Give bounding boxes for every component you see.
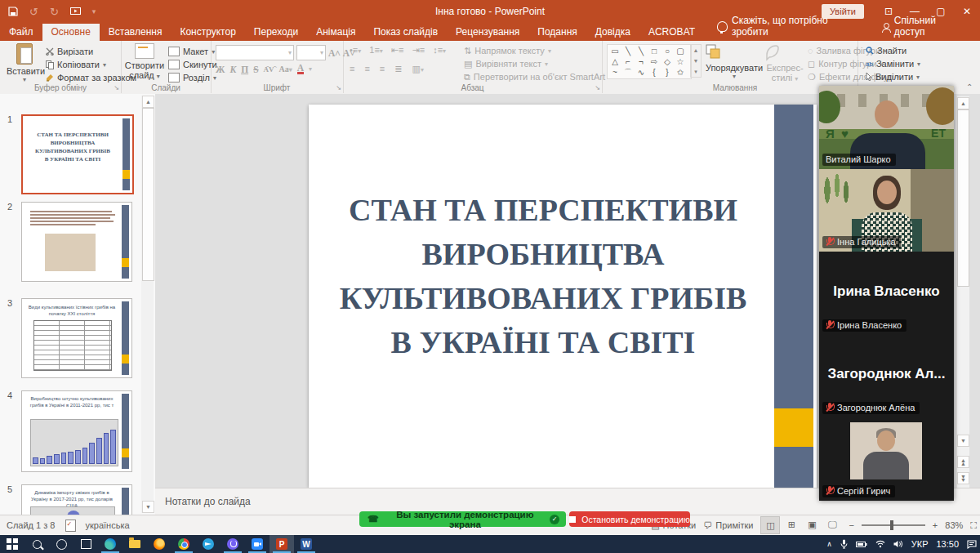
tab-home[interactable]: Основне bbox=[42, 24, 100, 41]
start-button[interactable] bbox=[0, 535, 24, 553]
thumbnail-slide-1[interactable]: СТАН ТА ПЕРСПЕКТИВИВИРОБНИЦТВАКУЛЬТИВОВА… bbox=[21, 114, 134, 194]
replace-button[interactable]: ab Замінити▾ bbox=[866, 57, 920, 70]
font-name-combobox[interactable]: ▾ bbox=[216, 45, 294, 60]
language-indicator[interactable]: українська bbox=[86, 520, 130, 530]
new-slide-button[interactable]: Створити слайд ▾ bbox=[124, 43, 165, 80]
columns-icon[interactable]: ▥▾ bbox=[412, 64, 423, 74]
tell-me-box[interactable]: Скажіть, що потрібно зробити bbox=[704, 12, 874, 41]
taskbar-edge[interactable] bbox=[98, 535, 122, 553]
taskbar-powerpoint[interactable]: P bbox=[270, 535, 294, 553]
align-right-icon[interactable]: ≡ bbox=[380, 64, 385, 74]
tab-design[interactable]: Конструктор bbox=[171, 24, 244, 41]
stop-share-button[interactable]: Остановить демонстрацию bbox=[569, 511, 690, 527]
thumbnail-slide-4[interactable]: Виробництво штучно культивованих грибів … bbox=[21, 390, 132, 472]
taskbar-word[interactable]: W bbox=[294, 535, 318, 553]
taskbar-viber[interactable] bbox=[220, 535, 245, 553]
find-button[interactable]: Знайти bbox=[866, 44, 920, 57]
shapes-gallery[interactable]: ▭╲╲□○▢ △⌐¬⇨◇☆ ~⌒∿{}✩ bbox=[607, 44, 692, 79]
convert-smartart-button[interactable]: ⧉ Перетворити на об'єкт SmartArt▾ bbox=[464, 70, 612, 83]
zoom-out-icon[interactable]: − bbox=[849, 520, 853, 530]
scrollbar-thumb[interactable] bbox=[142, 108, 154, 281]
taskbar-chrome[interactable] bbox=[172, 535, 196, 553]
underline-button[interactable]: П bbox=[241, 65, 248, 74]
scroll-up-icon[interactable]: ▲ bbox=[142, 96, 154, 108]
reset-button[interactable]: Скинути bbox=[168, 58, 217, 71]
decrease-indent-icon[interactable]: ⇤≡ bbox=[391, 45, 404, 56]
shapes-scroll-arrows[interactable]: ▲▼▾ bbox=[690, 44, 702, 78]
thumbnail-slide-5[interactable]: Динаміка імпорту свіжих грибів в Україну… bbox=[21, 484, 132, 516]
italic-button[interactable]: К bbox=[229, 65, 236, 74]
next-slide-icon[interactable]: ▼▼ bbox=[957, 472, 969, 484]
font-dialog-launcher-icon[interactable]: ↘ bbox=[336, 84, 341, 91]
volume-icon[interactable] bbox=[893, 540, 903, 548]
zoom-slider[interactable] bbox=[862, 524, 925, 526]
tab-transitions[interactable]: Переходи bbox=[245, 24, 307, 41]
tab-slideshow[interactable]: Показ слайдів bbox=[364, 24, 447, 41]
tab-animations[interactable]: Анімація bbox=[307, 24, 364, 41]
scrollbar-thumb[interactable] bbox=[957, 109, 969, 287]
thumbnail-scrollbar[interactable]: ▲ ▼ bbox=[141, 96, 154, 513]
action-center-icon[interactable] bbox=[967, 540, 977, 549]
tab-view[interactable]: Подання bbox=[528, 24, 586, 41]
slideshow-view-button[interactable]: 🖵 bbox=[823, 516, 841, 533]
grow-font-icon[interactable]: A˄ bbox=[328, 48, 341, 58]
participant-tile[interactable]: Сергій Гирич bbox=[819, 417, 954, 501]
select-button[interactable]: Виділити▾ bbox=[866, 70, 920, 83]
clipboard-dialog-launcher-icon[interactable]: ↘ bbox=[114, 84, 119, 91]
spellcheck-icon[interactable] bbox=[65, 520, 76, 532]
scroll-down-icon[interactable]: ▼ bbox=[142, 501, 154, 513]
zoom-slider-thumb[interactable] bbox=[890, 520, 893, 530]
taskbar-zoom[interactable] bbox=[245, 535, 270, 553]
change-case-icon[interactable]: Aa▾ bbox=[279, 65, 292, 74]
microphone-tray-icon[interactable] bbox=[840, 539, 848, 549]
zoom-level[interactable]: 83% bbox=[945, 520, 963, 530]
arrange-button[interactable]: Упорядкувати ▾ bbox=[705, 43, 764, 80]
show-hidden-icons-chevron[interactable]: ∧ bbox=[826, 540, 832, 548]
task-view-button[interactable] bbox=[74, 535, 98, 553]
paste-button[interactable]: Вставити ▾ bbox=[7, 43, 42, 83]
justify-icon[interactable]: ≣ bbox=[394, 64, 402, 74]
tab-help[interactable]: Довідка bbox=[586, 24, 639, 41]
scroll-down-icon[interactable]: ▼ bbox=[957, 435, 969, 447]
zoom-in-icon[interactable]: + bbox=[933, 520, 938, 530]
previous-slide-icon[interactable]: ▲▲ bbox=[957, 456, 969, 468]
share-button[interactable]: Спільний доступ bbox=[874, 12, 980, 41]
normal-view-button[interactable]: ◫ bbox=[760, 516, 780, 534]
align-left-icon[interactable]: ≡ bbox=[350, 64, 354, 74]
participant-tile[interactable]: Інна Галицька bbox=[819, 169, 954, 252]
text-direction-button[interactable]: ⇅ Напрямок тексту▾ bbox=[464, 44, 612, 57]
slide-sorter-view-button[interactable]: ⊞ bbox=[782, 516, 800, 533]
bullets-icon[interactable]: •≡▾ bbox=[350, 45, 361, 56]
slide-title-text[interactable]: СТАН ТА ПЕРСПЕКТИВИ ВИРОБНИЦТВА КУЛЬТИВО… bbox=[332, 188, 755, 364]
layout-button[interactable]: Макет▾ bbox=[168, 45, 217, 58]
cortana-button[interactable] bbox=[49, 535, 74, 553]
reading-view-button[interactable]: ▣ bbox=[803, 516, 821, 533]
tab-file[interactable]: Файл bbox=[0, 24, 42, 41]
taskbar-file-explorer[interactable] bbox=[122, 535, 147, 553]
tab-review[interactable]: Рецензування bbox=[447, 24, 528, 41]
font-size-combobox[interactable]: ▾ bbox=[296, 45, 326, 60]
thumbnail-slide-2[interactable] bbox=[21, 202, 132, 282]
participant-tile[interactable]: Загороднюк Ал... Загороднюк Алёна bbox=[819, 335, 954, 418]
comments-toggle[interactable]: 🗩Примітки bbox=[703, 520, 753, 530]
taskbar-search-button[interactable] bbox=[24, 535, 49, 553]
battery-icon[interactable] bbox=[856, 541, 867, 548]
collapse-ribbon-icon[interactable]: ⌃ bbox=[966, 83, 973, 91]
quick-styles-button[interactable]: Експрес- стилі ▾ bbox=[764, 43, 806, 83]
section-button[interactable]: Розділ▾ bbox=[168, 71, 217, 84]
fit-to-window-icon[interactable]: ⛶ bbox=[970, 520, 977, 531]
participant-tile[interactable]: Ірина Власенко Ірина Власенко bbox=[819, 252, 954, 335]
font-color-icon[interactable]: А bbox=[297, 64, 304, 74]
bold-button[interactable]: Ж bbox=[216, 65, 225, 74]
slide-canvas[interactable]: СТАН ТА ПЕРСПЕКТИВИ ВИРОБНИЦТВА КУЛЬТИВО… bbox=[309, 105, 817, 488]
line-spacing-icon[interactable]: ↕≡▾ bbox=[433, 45, 446, 56]
character-spacing-icon[interactable]: A︠V︡ bbox=[264, 65, 274, 74]
align-text-button[interactable]: ▤ Вирівняти текст▾ bbox=[464, 57, 612, 70]
numbering-icon[interactable]: 1≡▾ bbox=[369, 45, 383, 56]
taskbar-firefox[interactable] bbox=[147, 535, 172, 553]
increase-indent-icon[interactable]: ⇥≡ bbox=[412, 45, 425, 56]
tab-acrobat[interactable]: ACROBAT bbox=[639, 24, 704, 41]
scroll-up-icon[interactable]: ▲ bbox=[957, 97, 969, 109]
keyboard-language[interactable]: УКР bbox=[911, 539, 929, 549]
align-center-icon[interactable]: ≡ bbox=[364, 64, 369, 74]
